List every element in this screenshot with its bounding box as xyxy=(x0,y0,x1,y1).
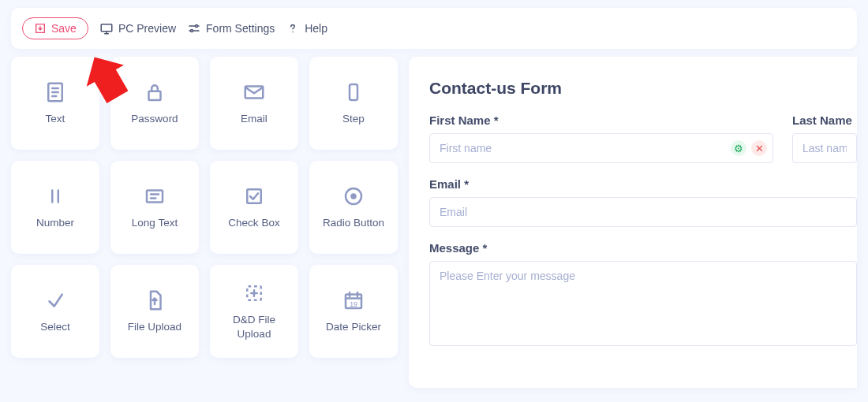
message-input[interactable] xyxy=(429,261,857,346)
palette-email-label: Email xyxy=(236,112,272,126)
palette-password-label: Password xyxy=(126,112,182,126)
save-icon xyxy=(34,22,47,35)
message-field[interactable]: Message * xyxy=(429,241,857,349)
monitor-icon xyxy=(99,21,114,35)
help-icon xyxy=(286,21,300,35)
palette-longtext-label: Long Text xyxy=(127,216,182,230)
field-palette: Text Password Email Step xyxy=(11,57,398,388)
form-settings-button[interactable]: Form Settings xyxy=(187,21,275,35)
email-icon xyxy=(242,80,266,104)
palette-number[interactable]: Number xyxy=(11,161,99,254)
svg-point-3 xyxy=(292,32,294,33)
form-canvas: Contact-us Form First Name * ⚙ ✕ Last Na… xyxy=(409,57,857,388)
svg-rect-8 xyxy=(147,191,163,203)
last-name-field[interactable]: Last Name xyxy=(792,114,857,163)
select-icon xyxy=(43,288,67,312)
field-settings-button[interactable]: ⚙ xyxy=(731,140,746,156)
help-button[interactable]: Help xyxy=(286,21,327,35)
palette-checkbox-label: Check Box xyxy=(223,216,284,230)
svg-rect-7 xyxy=(350,84,357,100)
palette-text-label: Text xyxy=(41,112,70,126)
last-name-input[interactable] xyxy=(792,133,857,163)
text-icon xyxy=(43,80,67,104)
pc-preview-button[interactable]: PC Preview xyxy=(99,21,176,35)
palette-datepicker-label: Date Picker xyxy=(321,320,386,334)
email-input[interactable] xyxy=(429,197,857,227)
number-icon xyxy=(43,184,67,208)
password-icon xyxy=(143,80,166,104)
palette-dndupload-label: D&D File Upload xyxy=(210,313,298,341)
palette-select-label: Select xyxy=(36,320,75,334)
palette-dndupload[interactable]: D&D File Upload xyxy=(210,265,298,358)
first-name-label: First Name * xyxy=(429,114,773,127)
palette-checkbox[interactable]: Check Box xyxy=(210,161,298,254)
palette-longtext[interactable]: Long Text xyxy=(110,161,199,254)
first-name-input[interactable] xyxy=(429,133,773,163)
palette-fileupload[interactable]: File Upload xyxy=(110,265,199,358)
palette-password[interactable]: Password xyxy=(110,57,199,150)
longtext-icon xyxy=(143,184,166,208)
svg-point-1 xyxy=(196,25,198,28)
step-icon xyxy=(342,80,365,104)
palette-number-label: Number xyxy=(32,216,79,230)
email-field[interactable]: Email * xyxy=(429,177,857,227)
palette-select[interactable]: Select xyxy=(11,265,99,358)
svg-rect-5 xyxy=(149,91,161,100)
palette-text[interactable]: Text xyxy=(11,57,99,150)
svg-rect-0 xyxy=(101,24,112,32)
file-upload-icon xyxy=(143,288,166,312)
settings-sliders-icon xyxy=(187,21,201,35)
save-button-label: Save xyxy=(51,22,77,35)
radio-icon xyxy=(342,184,365,208)
form-title: Contact-us Form xyxy=(429,79,857,98)
date-picker-icon: 19 xyxy=(342,288,365,312)
field-delete-button[interactable]: ✕ xyxy=(751,140,767,156)
save-button[interactable]: Save xyxy=(22,17,88,39)
palette-email[interactable]: Email xyxy=(210,57,298,150)
message-label: Message * xyxy=(429,241,857,255)
svg-point-2 xyxy=(191,30,193,32)
checkbox-icon xyxy=(242,184,266,208)
toolbar: Save PC Preview Form Settings Help xyxy=(11,8,857,49)
palette-datepicker[interactable]: 19 Date Picker xyxy=(309,265,398,358)
svg-text:19: 19 xyxy=(350,300,357,308)
email-label: Email * xyxy=(429,177,857,191)
help-label: Help xyxy=(305,22,327,35)
palette-fileupload-label: File Upload xyxy=(123,320,186,334)
form-settings-label: Form Settings xyxy=(206,22,275,35)
palette-radio[interactable]: Radio Button xyxy=(309,161,398,254)
pc-preview-label: PC Preview xyxy=(118,22,176,35)
last-name-label: Last Name xyxy=(792,114,857,127)
palette-step-label: Step xyxy=(338,112,369,126)
dnd-upload-icon xyxy=(242,281,266,305)
palette-radio-label: Radio Button xyxy=(318,216,389,230)
first-name-field[interactable]: First Name * ⚙ ✕ xyxy=(429,114,773,163)
svg-point-11 xyxy=(350,193,357,199)
palette-step[interactable]: Step xyxy=(309,57,398,150)
